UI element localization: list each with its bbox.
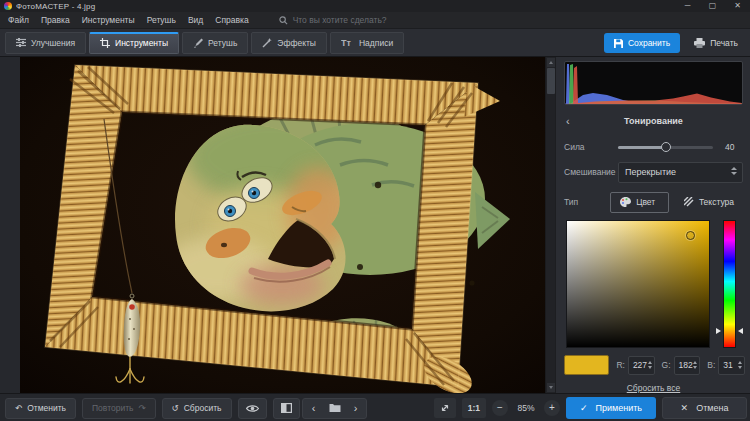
redo-button[interactable]: Повторить ↷ — [82, 398, 156, 419]
g-value: 182 — [679, 360, 693, 370]
crop-icon — [100, 38, 110, 48]
check-icon: ✓ — [580, 404, 588, 413]
menu-tools[interactable]: Инструменты — [82, 15, 135, 25]
scroll-down-icon[interactable] — [547, 383, 555, 392]
dropdown-spinner-icon[interactable] — [731, 167, 737, 176]
hue-marker-right-icon[interactable] — [738, 328, 743, 334]
tab-label: Ретушь — [208, 38, 237, 48]
search-placeholder: Что вы хотите сделать? — [293, 15, 387, 25]
reset-all-link[interactable]: Сбросить все — [556, 383, 750, 393]
scroll-up-icon[interactable] — [547, 58, 555, 67]
slider-fill — [618, 146, 666, 149]
footer-bar: ↶ Отменить Повторить ↷ ↺ Сбросить — [0, 393, 750, 421]
folder-icon — [329, 403, 341, 413]
floppy-icon — [614, 39, 623, 48]
editor-canvas — [0, 57, 555, 393]
compare-button[interactable] — [273, 398, 300, 419]
g-spinner-icon[interactable] — [693, 361, 697, 370]
x-icon: ✕ — [681, 404, 689, 413]
undo-icon: ↶ — [15, 404, 22, 413]
tab-bar: Улучшения Инструменты Ретушь Эффекты Tт — [0, 29, 750, 57]
open-folder-button[interactable] — [324, 398, 345, 419]
apply-label: Применить — [596, 403, 643, 413]
panel-title: Тонирование — [624, 116, 683, 126]
save-label: Сохранить — [628, 38, 670, 48]
menu-edit[interactable]: Правка — [41, 15, 70, 25]
zoom-out-button[interactable]: − — [492, 400, 508, 416]
prev-photo-button[interactable]: ‹ — [303, 398, 324, 419]
canvas-scrollbar[interactable] — [545, 57, 555, 393]
menu-bar: Файл Правка Инструменты Ретушь Вид Справ… — [0, 12, 750, 29]
fit-screen-button[interactable] — [434, 398, 456, 418]
photo-artwork — [20, 57, 545, 393]
next-photo-button[interactable]: › — [345, 398, 366, 419]
save-button[interactable]: Сохранить — [604, 33, 680, 53]
reset-button[interactable]: ↺ Сбросить — [162, 398, 232, 419]
b-label: B: — [707, 360, 715, 370]
title-bar: ФотоМАСТЕР - 4.jpg ─ ▢ ✕ — [0, 0, 750, 12]
menu-file[interactable]: Файл — [8, 15, 29, 25]
tab-enhancements[interactable]: Улучшения — [5, 32, 86, 54]
strength-value: 40 — [725, 142, 734, 152]
reset-label: Сбросить — [184, 403, 222, 413]
r-spinner-icon[interactable] — [648, 361, 652, 370]
strength-slider[interactable] — [618, 139, 713, 155]
blend-row: Смешивание Перекрытие — [564, 161, 743, 183]
type-texture-button[interactable]: Текстура — [675, 192, 743, 213]
print-button[interactable]: Печать — [688, 33, 744, 53]
maximize-button[interactable]: ▢ — [700, 0, 725, 12]
undo-button[interactable]: ↶ Отменить — [5, 398, 76, 419]
type-label: Тип — [564, 197, 606, 207]
window-title: ФотоМАСТЕР - 4.jpg — [16, 2, 95, 11]
toning-panel: ‹ Тонирование Сила 40 Смешивание Перекры… — [555, 57, 750, 393]
menu-view[interactable]: Вид — [188, 15, 203, 25]
zoom-in-button[interactable]: + — [544, 400, 560, 416]
tab-label: Инструменты — [115, 38, 168, 48]
blend-label: Смешивание — [564, 167, 614, 177]
menu-help[interactable]: Справка — [215, 15, 248, 25]
tab-captions[interactable]: Tт Надписи — [330, 32, 404, 54]
panel-header: ‹ Тонирование — [556, 110, 750, 132]
b-input[interactable]: 31 — [718, 356, 745, 375]
saturation-square[interactable] — [566, 220, 710, 348]
reset-icon: ↺ — [172, 404, 179, 413]
apply-button[interactable]: ✓ Применить — [566, 397, 656, 419]
cancel-button[interactable]: ✕ Отмена — [662, 397, 747, 419]
color-swatch[interactable] — [564, 355, 609, 375]
minimize-button[interactable]: ─ — [675, 0, 700, 12]
print-label: Печать — [710, 38, 738, 48]
header-actions: Сохранить Печать — [604, 29, 744, 57]
r-label: R: — [616, 360, 625, 370]
blend-dropdown[interactable]: Перекрытие — [618, 162, 743, 183]
blend-value: Перекрытие — [625, 167, 676, 177]
tab-tools[interactable]: Инструменты — [89, 32, 179, 54]
type-color-button[interactable]: Цвет — [610, 192, 669, 213]
color-cursor[interactable] — [686, 231, 695, 240]
r-input[interactable]: 227 — [628, 356, 655, 375]
footer-left-group: ↶ Отменить Повторить ↷ ↺ Сбросить — [5, 394, 300, 421]
brush-icon — [193, 38, 203, 48]
text-icon: Tт — [341, 38, 354, 47]
preview-original-button[interactable] — [238, 398, 267, 419]
hue-bar[interactable] — [723, 220, 736, 348]
before-after-icon — [281, 403, 292, 413]
hue-marker-left-icon[interactable] — [716, 328, 721, 334]
tab-label: Улучшения — [31, 38, 75, 48]
menu-retouch[interactable]: Ретушь — [147, 15, 176, 25]
tab-effects[interactable]: Эффекты — [251, 32, 327, 54]
search-field[interactable]: Что вы хотите сделать? — [279, 15, 387, 25]
histogram — [564, 61, 743, 105]
back-chevron-icon[interactable]: ‹ — [566, 116, 570, 127]
close-button[interactable]: ✕ — [725, 0, 750, 12]
g-input[interactable]: 182 — [674, 356, 701, 375]
b-spinner-icon[interactable] — [738, 361, 742, 370]
redo-label: Повторить — [92, 403, 134, 413]
photo-canvas[interactable] — [20, 57, 545, 393]
undo-label: Отменить — [27, 403, 66, 413]
zoom-1-1-button[interactable]: 1:1 — [462, 398, 486, 418]
tab-label: Надписи — [359, 38, 393, 48]
b-value: 31 — [723, 360, 732, 370]
slider-thumb[interactable] — [661, 142, 671, 152]
tab-retouch[interactable]: Ретушь — [182, 32, 248, 54]
scrollbar-thumb[interactable] — [547, 68, 555, 94]
